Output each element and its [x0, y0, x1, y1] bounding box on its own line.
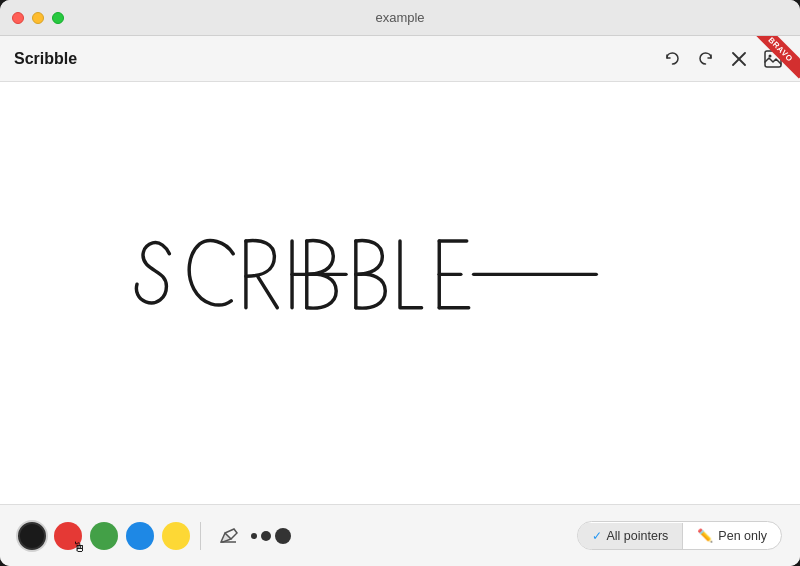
- maximize-button[interactable]: [52, 12, 64, 24]
- minimize-button[interactable]: [32, 12, 44, 24]
- redo-button[interactable]: [694, 47, 718, 71]
- bottom-toolbar: 🖱 ✓ All pointers: [0, 504, 800, 566]
- separator-1: [200, 522, 201, 550]
- app-title: Scribble: [14, 50, 77, 68]
- titlebar: example: [0, 0, 800, 36]
- pen-only-button[interactable]: ✏️ Pen only: [683, 522, 781, 549]
- color-palette: 🖱: [18, 522, 190, 550]
- pen-size-medium[interactable]: [261, 531, 271, 541]
- pen-icon: ✏️: [697, 528, 713, 543]
- clear-button[interactable]: [728, 48, 750, 70]
- drawing-canvas[interactable]: [0, 82, 800, 504]
- color-red[interactable]: [54, 522, 82, 550]
- canvas-area[interactable]: [0, 82, 800, 504]
- window-title: example: [375, 10, 424, 25]
- pen-size-large[interactable]: [275, 528, 291, 544]
- eraser-button[interactable]: [211, 521, 245, 551]
- check-icon: ✓: [592, 529, 602, 543]
- color-blue[interactable]: [126, 522, 154, 550]
- all-pointers-button[interactable]: ✓ All pointers: [578, 523, 684, 549]
- toolbar-actions: [660, 46, 786, 72]
- undo-button[interactable]: [660, 47, 684, 71]
- color-green[interactable]: [90, 522, 118, 550]
- color-yellow[interactable]: [162, 522, 190, 550]
- pen-size-group: [251, 528, 291, 544]
- close-button[interactable]: [12, 12, 24, 24]
- pointer-mode-controls: ✓ All pointers ✏️ Pen only: [577, 521, 783, 550]
- color-black[interactable]: [18, 522, 46, 550]
- app-toolbar: Scribble: [0, 36, 800, 82]
- app-window: example Scribble: [0, 0, 800, 566]
- pen-only-label: Pen only: [718, 529, 767, 543]
- traffic-lights: [12, 12, 64, 24]
- save-image-button[interactable]: [760, 46, 786, 72]
- pen-size-small[interactable]: [251, 533, 257, 539]
- svg-point-3: [769, 54, 772, 57]
- all-pointers-label: All pointers: [607, 529, 669, 543]
